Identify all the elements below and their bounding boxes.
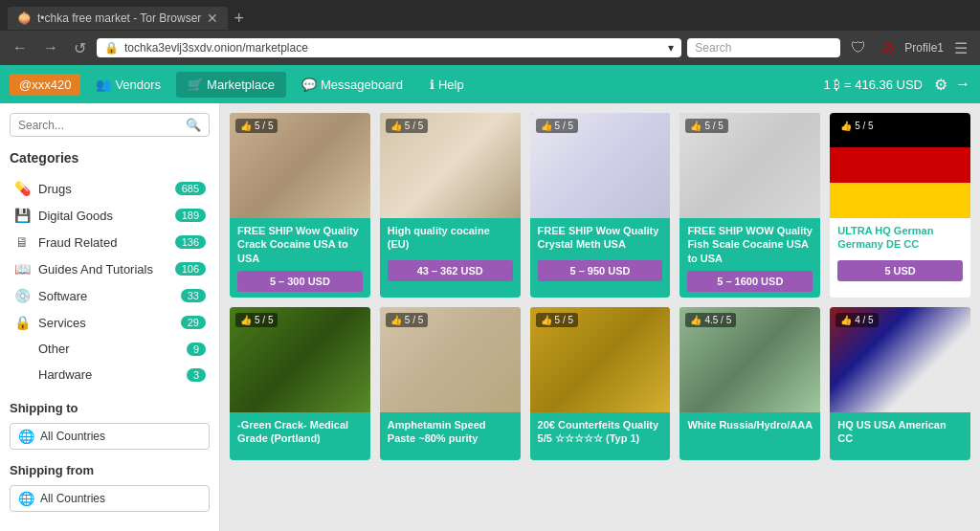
product-price-4[interactable]: 5 USD bbox=[837, 260, 963, 281]
shipping-to-value: All Countries bbox=[40, 430, 201, 443]
user-button[interactable]: @xxx420 bbox=[10, 74, 80, 96]
drugs-label: Drugs bbox=[38, 182, 167, 196]
product-card-2[interactable]: 👍 5 / 5 FREE SHIP Wow Quality Crystal Me… bbox=[530, 113, 671, 298]
shipping-to-select[interactable]: 🌐 All Countries bbox=[10, 423, 210, 450]
product-card-7[interactable]: 👍 5 / 5 20€ Counterfeits Quality 5/5 ☆☆☆… bbox=[530, 307, 671, 460]
category-other[interactable]: Other 9 bbox=[10, 336, 210, 362]
shield-icon[interactable]: 🛡 bbox=[846, 37, 871, 58]
browser-chrome: 🧅 t•chka free market - Tor Browser ✕ + ←… bbox=[0, 0, 980, 65]
rating-badge-8: 👍 4.5 / 5 bbox=[685, 313, 736, 327]
product-card-6[interactable]: 👍 5 / 5 Amphetamin Speed Paste ~80% puri… bbox=[380, 307, 521, 460]
profile-button[interactable]: Profile1 bbox=[904, 41, 944, 55]
product-card-4[interactable]: 👍 5 / 5 ULTRA HQ German Germany DE CC 5 … bbox=[830, 113, 970, 298]
product-area: 👍 5 / 5 FREE SHIP Wow Quality Crack Coca… bbox=[220, 103, 980, 531]
security-lock-icon: 🔒 bbox=[104, 41, 119, 55]
marketplace-nav-button[interactable]: 🛒 Marketplace bbox=[176, 72, 286, 98]
tab-bar: 🧅 t•chka free market - Tor Browser ✕ + bbox=[0, 0, 980, 31]
messageboard-nav-button[interactable]: 💬 Messageboard bbox=[290, 72, 414, 98]
tab-favicon: 🧅 bbox=[17, 11, 32, 25]
tab-close-button[interactable]: ✕ bbox=[207, 11, 218, 26]
product-title-3: FREE SHIP WOW Quality Fish Scale Cocaine… bbox=[687, 224, 813, 265]
shipping-from-title: Shipping from bbox=[10, 463, 210, 477]
digital-goods-icon: 💾 bbox=[13, 208, 31, 223]
settings-gear-icon[interactable]: ⚙ bbox=[934, 76, 947, 94]
product-image-wrapper-2: 👍 5 / 5 bbox=[530, 113, 671, 218]
globe-from-icon: 🌐 bbox=[18, 491, 34, 506]
forward-button[interactable]: → bbox=[38, 37, 63, 58]
messageboard-icon: 💬 bbox=[301, 77, 317, 92]
product-title-4: ULTRA HQ German Germany DE CC bbox=[837, 224, 963, 254]
product-price-3[interactable]: 5 – 1600 USD bbox=[687, 271, 813, 292]
menu-button[interactable]: ☰ bbox=[949, 37, 972, 59]
product-card-5[interactable]: 👍 5 / 5 -Green Crack- Medical Grade (Por… bbox=[230, 307, 370, 460]
guides-icon: 📖 bbox=[13, 261, 31, 277]
product-card-9[interactable]: 👍 4 / 5 HQ US USA American CC bbox=[830, 307, 970, 460]
categories-title: Categories bbox=[10, 150, 210, 166]
rating-badge-5: 👍 5 / 5 bbox=[235, 313, 278, 327]
shipping-to-title: Shipping to bbox=[10, 401, 210, 415]
thumb-up-icon-4: 👍 bbox=[840, 121, 852, 131]
new-tab-button[interactable]: + bbox=[234, 9, 244, 29]
category-fraud[interactable]: 🖥 Fraud Related 136 bbox=[10, 229, 210, 255]
product-body-5: -Green Crack- Medical Grade (Portland) bbox=[230, 412, 370, 460]
nav-icons: 🛡 ⊘ Profile1 ☰ bbox=[846, 37, 972, 59]
category-hardware[interactable]: Hardware 3 bbox=[10, 362, 210, 387]
product-search-box[interactable]: 🔍 bbox=[10, 113, 210, 137]
product-card-3[interactable]: 👍 5 / 5 FREE SHIP WOW Quality Fish Scale… bbox=[679, 113, 820, 298]
product-card-1[interactable]: 👍 5 / 5 High quality cocaine (EU) 43 – 3… bbox=[380, 113, 521, 298]
product-body-8: White Russia/Hydro/AAA bbox=[679, 412, 820, 460]
product-title-8: White Russia/Hydro/AAA bbox=[687, 418, 813, 449]
product-grid: 👍 5 / 5 FREE SHIP Wow Quality Crack Coca… bbox=[230, 113, 970, 460]
other-count: 9 bbox=[187, 343, 206, 356]
digital-goods-count: 189 bbox=[175, 209, 206, 222]
marketplace-icon: 🛒 bbox=[188, 77, 203, 92]
rating-badge-1: 👍 5 / 5 bbox=[386, 119, 428, 133]
product-price-2[interactable]: 5 – 950 USD bbox=[538, 260, 663, 281]
rating-badge-7: 👍 5 / 5 bbox=[536, 313, 578, 327]
software-count: 33 bbox=[181, 289, 206, 302]
address-bar[interactable]: 🔒 tochka3evlj3sxdv.onion/marketplace ▾ bbox=[97, 38, 681, 57]
product-title-0: FREE SHIP Wow Quality Crack Cocaine USA … bbox=[237, 224, 363, 265]
globe-icon: 🌐 bbox=[18, 429, 34, 444]
category-software[interactable]: 💿 Software 33 bbox=[10, 282, 210, 309]
rating-badge-6: 👍 5 / 5 bbox=[386, 313, 428, 327]
guides-count: 106 bbox=[175, 262, 206, 276]
help-nav-button[interactable]: ℹ Help bbox=[418, 72, 476, 98]
reload-button[interactable]: ↺ bbox=[69, 37, 91, 59]
product-price-0[interactable]: 5 – 300 USD bbox=[237, 271, 363, 292]
thumb-up-icon-3: 👍 bbox=[690, 121, 702, 131]
browser-tab[interactable]: 🧅 t•chka free market - Tor Browser ✕ bbox=[8, 7, 228, 30]
product-image-wrapper-5: 👍 5 / 5 bbox=[230, 307, 370, 412]
product-body-6: Amphetamin Speed Paste ~80% purity bbox=[380, 412, 521, 460]
category-drugs[interactable]: 💊 Drugs 685 bbox=[10, 175, 210, 202]
digital-goods-label: Digital Goods bbox=[38, 209, 167, 223]
logout-arrow-icon[interactable]: → bbox=[955, 76, 970, 93]
product-image-wrapper-3: 👍 5 / 5 bbox=[679, 113, 820, 218]
sidebar: 🔍 Categories 💊 Drugs 685 💾 Digital Goods… bbox=[0, 103, 220, 531]
rating-badge-2: 👍 5 / 5 bbox=[536, 119, 578, 133]
address-dropdown-icon[interactable]: ▾ bbox=[668, 41, 674, 55]
block-icon[interactable]: ⊘ bbox=[877, 37, 899, 59]
vendors-nav-button[interactable]: 👥 Vendors bbox=[84, 72, 172, 98]
category-guides[interactable]: 📖 Guides And Tutorials 106 bbox=[10, 255, 210, 282]
thumb-up-icon-6: 👍 bbox=[390, 315, 402, 325]
nav-bar: ← → ↺ 🔒 tochka3evlj3sxdv.onion/marketpla… bbox=[0, 31, 980, 65]
product-price-1[interactable]: 43 – 362 USD bbox=[388, 260, 513, 281]
back-button[interactable]: ← bbox=[8, 37, 33, 58]
category-digital-goods[interactable]: 💾 Digital Goods 189 bbox=[10, 202, 210, 229]
category-services[interactable]: 🔒 Services 29 bbox=[10, 309, 210, 336]
product-body-4: ULTRA HQ German Germany DE CC 5 USD bbox=[830, 218, 970, 287]
product-body-9: HQ US USA American CC bbox=[830, 412, 970, 460]
hardware-label: Hardware bbox=[38, 367, 179, 382]
guides-label: Guides And Tutorials bbox=[38, 262, 167, 277]
marketplace-label: Marketplace bbox=[207, 77, 275, 92]
product-search-input[interactable] bbox=[18, 119, 186, 132]
messageboard-label: Messageboard bbox=[321, 77, 403, 92]
product-card-8[interactable]: 👍 4.5 / 5 White Russia/Hydro/AAA bbox=[679, 307, 820, 460]
fraud-count: 136 bbox=[175, 235, 206, 249]
product-card-0[interactable]: 👍 5 / 5 FREE SHIP Wow Quality Crack Coca… bbox=[230, 113, 370, 298]
product-image-wrapper-0: 👍 5 / 5 bbox=[230, 113, 370, 218]
product-body-0: FREE SHIP Wow Quality Crack Cocaine USA … bbox=[230, 218, 370, 298]
browser-search-bar[interactable]: Search bbox=[687, 38, 840, 57]
shipping-from-select[interactable]: 🌐 All Countries bbox=[10, 485, 210, 512]
